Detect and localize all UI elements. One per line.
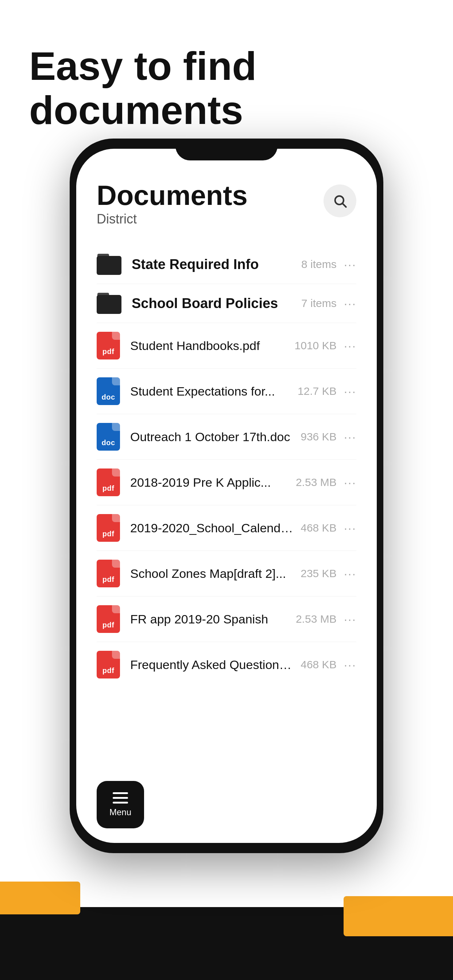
file-more-4[interactable]: ··· <box>344 521 356 535</box>
file-meta-0: 1010 KB <box>295 339 337 352</box>
menu-button[interactable]: Menu <box>97 781 144 828</box>
file-more-6[interactable]: ··· <box>344 612 356 626</box>
file-item-0[interactable]: pdf Student Handbooks.pdf 1010 KB ··· <box>97 323 356 369</box>
file-more-1[interactable]: ··· <box>344 384 356 398</box>
phone-notch <box>175 138 278 161</box>
bg-yellow-left <box>0 881 80 915</box>
file-name-6: FR app 2019-20 Spanish <box>130 612 290 626</box>
screen-subtitle: District <box>97 212 248 227</box>
screen-header: Documents District <box>97 181 356 227</box>
pdf-icon-6: pdf <box>97 605 120 633</box>
hero-title: Easy to find documents <box>29 44 424 132</box>
phone-screen: Documents District <box>76 149 377 843</box>
pdf-icon-0: pdf <box>97 332 120 360</box>
file-item-3[interactable]: pdf 2018-2019 Pre K Applic... 2.53 MB ··… <box>97 460 356 505</box>
folder-item-school-board[interactable]: School Board Policies 7 items ··· <box>97 284 356 323</box>
file-more-2[interactable]: ··· <box>344 430 356 444</box>
pdf-label-6: pdf <box>102 621 115 629</box>
file-more-5[interactable]: ··· <box>344 566 356 581</box>
file-name-0: Student Handbooks.pdf <box>130 339 289 353</box>
menu-line-3 <box>113 802 128 803</box>
bg-yellow-right <box>344 896 453 936</box>
document-list: State Required Info 8 items ··· School B… <box>97 245 356 687</box>
file-name-2: Outreach 1 October 17th.doc <box>130 430 295 444</box>
folder-meta-state-required: 8 items <box>301 258 337 270</box>
pdf-icon-4: pdf <box>97 514 120 542</box>
file-name-3: 2018-2019 Pre K Applic... <box>130 476 290 490</box>
file-meta-2: 936 KB <box>301 431 336 443</box>
file-name-5: School Zones Map[draft 2]... <box>130 566 295 581</box>
phone-frame: Documents District <box>70 138 383 853</box>
file-item-2[interactable]: doc Outreach 1 October 17th.doc 936 KB ·… <box>97 414 356 460</box>
folder-more-school-board[interactable]: ··· <box>344 296 356 310</box>
search-button[interactable] <box>324 185 356 217</box>
file-item-4[interactable]: pdf 2019-2020_School_Calenda... 468 KB ·… <box>97 505 356 551</box>
file-item-1[interactable]: doc Student Expectations for... 12.7 KB … <box>97 369 356 414</box>
file-more-3[interactable]: ··· <box>344 476 356 490</box>
pdf-icon-3: pdf <box>97 468 120 496</box>
file-name-1: Student Expectations for... <box>130 384 292 398</box>
pdf-label-0: pdf <box>102 347 115 356</box>
doc-label-2: doc <box>101 439 115 447</box>
doc-label-1: doc <box>101 393 115 401</box>
folder-name-state-required: State Required Info <box>132 257 295 272</box>
menu-line-1 <box>113 792 128 794</box>
doc-icon-2: doc <box>97 423 120 450</box>
file-more-0[interactable]: ··· <box>344 339 356 353</box>
file-meta-1: 12.7 KB <box>298 385 337 398</box>
screen-content: Documents District <box>76 149 377 843</box>
folder-icon <box>97 254 121 275</box>
screen-title-block: Documents District <box>97 181 248 227</box>
file-name-4: 2019-2020_School_Calenda... <box>130 521 295 535</box>
screen-title: Documents <box>97 181 248 209</box>
file-meta-5: 235 KB <box>301 567 336 580</box>
pdf-label-4: pdf <box>102 530 115 538</box>
menu-lines-icon <box>113 792 128 803</box>
file-more-7[interactable]: ··· <box>344 658 356 672</box>
file-meta-3: 2.53 MB <box>296 476 337 488</box>
pdf-icon-5: pdf <box>97 560 120 587</box>
menu-label: Menu <box>109 807 131 818</box>
pdf-label-7: pdf <box>102 667 115 675</box>
file-item-5[interactable]: pdf School Zones Map[draft 2]... 235 KB … <box>97 551 356 597</box>
file-item-7[interactable]: pdf Frequently Asked Questions... 468 KB… <box>97 642 356 687</box>
file-meta-6: 2.53 MB <box>296 613 337 625</box>
folder-meta-school-board: 7 items <box>301 297 337 310</box>
folder-item-state-required[interactable]: State Required Info 8 items ··· <box>97 245 356 284</box>
menu-line-2 <box>113 797 128 799</box>
file-item-6[interactable]: pdf FR app 2019-20 Spanish 2.53 MB ··· <box>97 597 356 642</box>
folder-icon <box>97 293 121 314</box>
pdf-label-5: pdf <box>102 575 115 584</box>
file-meta-7: 468 KB <box>301 659 336 671</box>
svg-line-1 <box>343 204 346 207</box>
pdf-label-3: pdf <box>102 484 115 493</box>
doc-icon-1: doc <box>97 377 120 405</box>
folder-more-state-required[interactable]: ··· <box>344 258 356 272</box>
file-name-7: Frequently Asked Questions... <box>130 658 295 672</box>
file-meta-4: 468 KB <box>301 522 336 534</box>
folder-name-school-board: School Board Policies <box>132 296 295 311</box>
search-icon <box>333 194 347 208</box>
pdf-icon-7: pdf <box>97 651 120 678</box>
bottom-bar: Menu <box>97 781 144 828</box>
